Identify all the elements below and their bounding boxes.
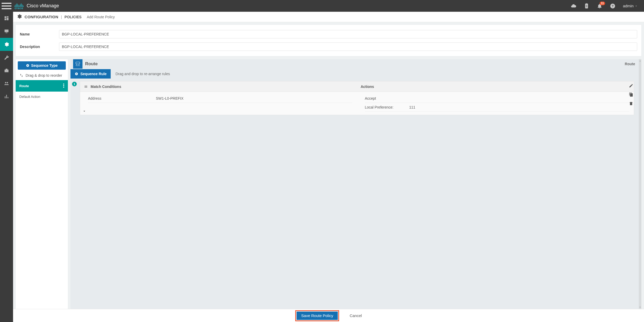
edit-rule-button[interactable] bbox=[629, 84, 633, 89]
description-label: Description bbox=[20, 45, 59, 49]
match-row: Address SW1-L0-PREFIX bbox=[88, 94, 352, 103]
menu-toggle[interactable] bbox=[0, 0, 13, 12]
rules-hint: Drag and drop to re-arrange rules bbox=[115, 72, 170, 76]
sequence-item-route-label: Route bbox=[19, 84, 29, 88]
cisco-logo-text: cisco bbox=[15, 7, 23, 10]
bar-chart-icon bbox=[4, 94, 9, 99]
nav-analytics[interactable] bbox=[0, 90, 13, 103]
nav-tools[interactable] bbox=[0, 51, 13, 64]
topbar: cisco Cisco vManage 11 ? admin bbox=[0, 0, 644, 12]
match-key: Address bbox=[88, 96, 156, 100]
tloc-label: TLOC bbox=[75, 65, 80, 66]
rules-header-right: Route bbox=[625, 62, 636, 66]
chevron-down-icon bbox=[635, 4, 638, 8]
delete-rule-button[interactable] bbox=[629, 101, 633, 106]
breadcrumb: CONFIGURATION | POLICIES Add Route Polic… bbox=[13, 12, 644, 22]
wrench-icon bbox=[4, 55, 9, 60]
match-value: SW1-L0-PREFIX bbox=[156, 96, 184, 100]
nav-monitor[interactable] bbox=[0, 25, 13, 38]
sequence-rule-button[interactable]: Sequence Rule bbox=[70, 69, 111, 79]
rule-number-badge: 1 bbox=[72, 82, 77, 86]
toolbox-icon bbox=[4, 68, 9, 73]
tloc-chip: TLOC bbox=[73, 59, 82, 69]
drag-hint: Drag & drop to reorder bbox=[16, 72, 68, 80]
nav-maintenance[interactable] bbox=[0, 64, 13, 77]
rule-card: Match Conditions Address SW1-L0-PREFIX bbox=[80, 81, 634, 115]
clipboard-icon bbox=[584, 3, 589, 9]
scrollbar-down[interactable] bbox=[639, 305, 641, 309]
product-name: Cisco vManage bbox=[27, 3, 59, 9]
breadcrumb-gear-icon bbox=[17, 14, 22, 20]
drag-hint-text: Drag & drop to reorder bbox=[26, 73, 62, 77]
save-route-policy-button[interactable]: Save Route Policy bbox=[297, 312, 338, 320]
breadcrumb-section: CONFIGURATION bbox=[25, 15, 58, 19]
sequence-type-button[interactable]: Sequence Type bbox=[18, 61, 66, 70]
left-nav-rail bbox=[0, 12, 13, 322]
save-button-highlight: Save Route Policy bbox=[295, 310, 339, 321]
match-header-text: Match Conditions bbox=[91, 85, 121, 89]
action-key: Accept bbox=[365, 96, 409, 100]
rule-side-actions bbox=[629, 84, 634, 106]
description-input[interactable] bbox=[59, 43, 637, 51]
kebab-icon bbox=[63, 84, 64, 88]
name-label: Name bbox=[20, 32, 59, 36]
plus-circle-icon bbox=[75, 72, 78, 76]
default-action-item[interactable]: Default Action bbox=[16, 92, 68, 102]
sequence-rule-label: Sequence Rule bbox=[80, 72, 107, 76]
user-menu[interactable]: admin bbox=[623, 4, 638, 8]
hamburger-icon bbox=[0, 0, 13, 13]
plus-circle-icon bbox=[26, 64, 29, 67]
help-button[interactable]: ? bbox=[610, 3, 616, 9]
tloc-icon bbox=[75, 62, 80, 65]
actions-header-text: Actions bbox=[361, 85, 374, 89]
name-input[interactable] bbox=[59, 30, 637, 38]
rules-header: TLOC Route Route bbox=[70, 59, 639, 69]
list-icon bbox=[84, 85, 88, 88]
nav-configuration[interactable] bbox=[0, 38, 13, 51]
triangle-down-icon bbox=[639, 306, 641, 308]
breadcrumb-separator: | bbox=[61, 15, 62, 19]
copy-rule-button[interactable] bbox=[629, 92, 633, 98]
svg-text:?: ? bbox=[612, 4, 614, 8]
svg-point-4 bbox=[63, 85, 64, 86]
action-key: Local Preference: bbox=[365, 105, 409, 109]
triangle-up-icon bbox=[639, 60, 641, 62]
notifications-button[interactable]: 11 bbox=[597, 3, 602, 9]
nav-dashboard[interactable] bbox=[0, 12, 13, 25]
cloud-icon bbox=[571, 3, 576, 9]
main: CONFIGURATION | POLICIES Add Route Polic… bbox=[13, 12, 644, 322]
help-icon: ? bbox=[610, 3, 616, 9]
cloud-button[interactable] bbox=[571, 3, 576, 9]
cisco-logo-bars-icon bbox=[15, 2, 23, 7]
nav-administration[interactable] bbox=[0, 77, 13, 90]
dashboard-icon bbox=[4, 16, 9, 21]
user-name: admin bbox=[623, 4, 634, 8]
people-icon bbox=[4, 81, 9, 86]
sequence-panel: Sequence Type Drag & drop to reorder Rou… bbox=[16, 59, 68, 309]
scrollbar-up[interactable] bbox=[639, 59, 641, 63]
logo: cisco Cisco vManage bbox=[13, 0, 64, 12]
action-value: 111 bbox=[409, 105, 415, 109]
policy-form-card: Name Description bbox=[16, 25, 641, 56]
sequence-type-label: Sequence Type bbox=[31, 63, 58, 68]
topbar-right: 11 ? admin bbox=[571, 3, 640, 9]
breadcrumb-page: Add Route Policy bbox=[87, 15, 115, 19]
action-row: Local Preference: 111 bbox=[365, 103, 629, 112]
svg-rect-6 bbox=[76, 62, 80, 64]
pencil-icon bbox=[629, 84, 633, 88]
breadcrumb-subsection[interactable]: POLICIES bbox=[64, 15, 81, 19]
tasks-button[interactable] bbox=[584, 3, 589, 9]
trash-icon bbox=[629, 101, 633, 106]
chevron-down-icon bbox=[82, 109, 86, 113]
match-conditions-column: Match Conditions Address SW1-L0-PREFIX bbox=[80, 81, 357, 115]
sequence-item-route[interactable]: Route bbox=[16, 80, 68, 92]
rules-area: TLOC Route Route Sequence Rule Dra bbox=[70, 59, 641, 309]
route-item-menu[interactable] bbox=[63, 84, 64, 88]
sort-arrows-icon bbox=[19, 73, 23, 77]
gear-icon bbox=[4, 42, 9, 47]
cancel-button[interactable]: Cancel bbox=[350, 313, 362, 318]
expand-rule-toggle[interactable] bbox=[82, 109, 86, 113]
content: Name Description Sequence Type bbox=[13, 22, 644, 309]
copy-icon bbox=[629, 92, 633, 97]
lower-panel: Sequence Type Drag & drop to reorder Rou… bbox=[16, 59, 641, 309]
